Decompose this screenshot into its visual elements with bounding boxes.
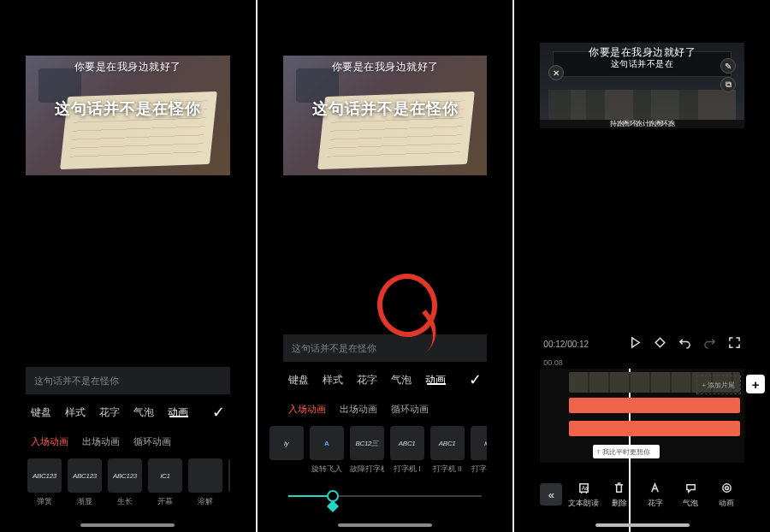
text-input[interactable]: 这句话并不是在怪你 [283, 334, 488, 362]
tab-animation[interactable]: 动画 [168, 406, 188, 419]
svg-point-6 [725, 486, 728, 489]
chevrons-left-icon[interactable]: « [540, 483, 562, 505]
plus-icon[interactable]: + [746, 375, 765, 393]
time-display: 00:12/00:12 [543, 340, 589, 349]
video-preview[interactable]: 你要是在我身边就好了 这句话并不是在怪你 [26, 56, 230, 175]
tab-style[interactable]: 样式 [65, 406, 86, 419]
preset-item[interactable]: ABC123生长 [108, 458, 142, 507]
redo-icon[interactable] [703, 336, 716, 352]
video-preview[interactable]: ✕ ✎ ⧉ 你要是在我身边就好了 这句话并不是在 持跑圈环跑计跑圈环跑 [540, 43, 744, 128]
home-indicator [338, 523, 432, 527]
subtab-out-anim[interactable]: 出场动画 [82, 435, 120, 448]
preset-item[interactable]: ABC1打字机 II [430, 426, 465, 475]
tab-animation[interactable]: 动画 [425, 374, 446, 387]
tab-keyboard[interactable]: 键盘 [31, 406, 51, 419]
subtab-loop-anim[interactable]: 循环动画 [133, 435, 171, 448]
caption-mid: 这句话并不是在 [540, 58, 744, 70]
preset-list[interactable]: iy A旋转飞入 BC12三故障打字机 ABC1打字机 I ABC1打字机 II… [268, 423, 488, 478]
tool-fancy-text[interactable]: 花字 [637, 480, 673, 509]
caption-top: 你要是在我身边就好了 [283, 60, 488, 74]
preset-item[interactable]: ABC123渐显 [68, 458, 102, 507]
confirm-check-icon[interactable]: ✓ [212, 403, 225, 422]
caption-main: 这句话并不是在怪你 [283, 98, 488, 119]
tab-bubble[interactable]: 气泡 [133, 406, 154, 419]
tool-animation[interactable]: 动画 [708, 480, 744, 509]
copy-icon[interactable]: ⧉ [720, 77, 736, 92]
subtab-out-anim[interactable]: 出场动画 [340, 403, 377, 416]
timeline[interactable]: + 添加片尾 + T 我比平时更想你 [540, 369, 744, 463]
caption-main: 这句话并不是在怪你 [26, 98, 230, 119]
subtab-loop-anim[interactable]: 循环动画 [391, 403, 429, 416]
tab-style[interactable]: 样式 [323, 374, 343, 387]
preset-item[interactable]: 溶解 [188, 458, 222, 507]
home-indicator [595, 523, 690, 527]
preset-item[interactable]: iC打字机 III [471, 426, 488, 475]
video-preview[interactable]: 你要是在我身边就好了 这句话并不是在怪你 [283, 56, 488, 175]
tab-fancy-text[interactable]: 花字 [357, 374, 377, 387]
keyframe-icon[interactable] [654, 336, 666, 352]
subtab-in-anim[interactable]: 入场动画 [288, 403, 326, 416]
tool-bubble[interactable]: 气泡 [673, 480, 709, 509]
preset-item[interactable]: ABC1打字机 I [390, 426, 424, 475]
preset-item[interactable]: A旋转飞入 [310, 426, 344, 475]
fullscreen-icon[interactable] [728, 336, 741, 352]
preset-list[interactable]: ABC123弹簧 ABC123渐显 ABC123生长 iC1开幕 溶解 ABC卡… [26, 455, 230, 511]
marquee-strip: 持跑圈环跑计跑圈环跑 [540, 120, 744, 128]
home-indicator [80, 523, 175, 527]
text-clip[interactable] [569, 421, 740, 436]
duration-slider[interactable] [288, 485, 483, 511]
preset-item[interactable]: iy [270, 426, 304, 475]
svg-rect-0 [655, 338, 665, 347]
preset-item[interactable]: ABC卡拉OK [228, 458, 230, 507]
tool-read-aloud[interactable]: Aa 文本朗读 [566, 480, 601, 509]
tab-fancy-text[interactable]: 花字 [99, 406, 120, 419]
text-clip[interactable] [569, 398, 740, 413]
text-input[interactable]: 这句话并不是在怪你 [26, 367, 230, 394]
bottom-toolbar: « Aa 文本朗读 删除 花字 气泡 [540, 475, 744, 511]
svg-point-5 [722, 483, 730, 491]
preset-item[interactable]: ABC123弹簧 [27, 458, 62, 507]
tool-delete[interactable]: 删除 [601, 480, 637, 509]
confirm-check-icon[interactable]: ✓ [469, 370, 482, 389]
play-icon[interactable] [629, 336, 642, 352]
svg-text:Aa: Aa [581, 485, 588, 491]
tab-keyboard[interactable]: 键盘 [288, 374, 309, 387]
preset-item[interactable]: iC1开幕 [148, 458, 182, 507]
add-tail-button[interactable]: + 添加片尾 [696, 375, 741, 394]
ruler-tick: 00.08 [540, 357, 744, 369]
text-clip-selected[interactable]: T 我比平时更想你 [593, 445, 660, 458]
caption-top: 你要是在我身边就好了 [26, 60, 230, 74]
subtab-in-anim[interactable]: 入场动画 [31, 435, 68, 448]
preset-item[interactable]: BC12三故障打字机 [350, 426, 384, 475]
undo-icon[interactable] [678, 336, 691, 352]
tab-bubble[interactable]: 气泡 [391, 374, 412, 387]
